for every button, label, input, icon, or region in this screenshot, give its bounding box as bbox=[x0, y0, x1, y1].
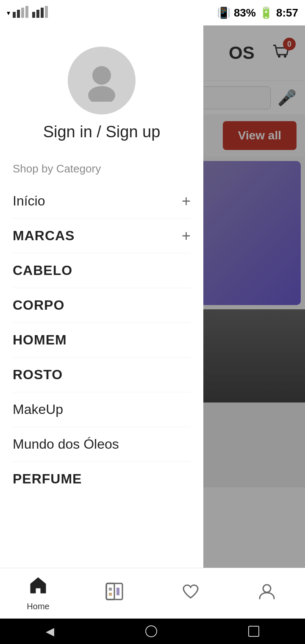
svg-rect-13 bbox=[106, 583, 114, 600]
svg-rect-15 bbox=[109, 593, 112, 596]
nav-item-home[interactable]: Home bbox=[0, 575, 76, 611]
samples-icon bbox=[105, 582, 124, 605]
android-home-button[interactable] bbox=[145, 625, 157, 637]
svg-point-17 bbox=[263, 585, 271, 592]
plus-icon-inicio: + bbox=[182, 194, 191, 209]
category-item-marcas[interactable]: MARCAS + bbox=[13, 219, 191, 253]
avatar bbox=[68, 47, 136, 114]
category-label-marcas: MARCAS bbox=[13, 228, 75, 244]
category-item-corpo[interactable]: CORPO bbox=[13, 288, 191, 323]
svg-rect-5 bbox=[36, 10, 39, 18]
nav-label-home: Home bbox=[27, 602, 49, 611]
bottom-nav: Home bbox=[0, 568, 305, 619]
category-title: Shop by Category bbox=[13, 162, 191, 175]
category-item-makeup[interactable]: MakeUp bbox=[13, 392, 191, 427]
svg-rect-6 bbox=[41, 8, 44, 18]
wifi-icon: ▾ bbox=[7, 9, 10, 17]
svg-rect-1 bbox=[17, 10, 20, 18]
side-drawer: Sign in / Sign up Shop by Category Iníci… bbox=[0, 25, 203, 644]
category-item-cabelo[interactable]: CABELO bbox=[13, 253, 191, 288]
profile-section: Sign in / Sign up bbox=[0, 25, 203, 154]
svg-rect-0 bbox=[13, 12, 16, 18]
overlay-dim bbox=[203, 25, 305, 644]
category-item-rosto[interactable]: ROSTO bbox=[13, 358, 191, 392]
category-label-makeup: MakeUp bbox=[13, 402, 63, 417]
category-label-homem: HOMEM bbox=[13, 332, 67, 348]
category-label-cabelo: CABELO bbox=[13, 263, 72, 278]
category-label-inicio: Início bbox=[13, 193, 45, 209]
wishlist-icon bbox=[181, 582, 200, 605]
signal-icon bbox=[13, 6, 30, 19]
status-bar: ▾ 📳 83% 🔋 8:57 bbox=[0, 0, 305, 25]
svg-rect-3 bbox=[25, 6, 28, 18]
plus-icon-marcas: + bbox=[182, 228, 191, 244]
android-recent-button[interactable] bbox=[248, 626, 259, 637]
category-item-oleos[interactable]: Mundo dos Óleos bbox=[13, 427, 191, 462]
category-item-perfume[interactable]: PERFUME bbox=[13, 462, 191, 496]
svg-rect-7 bbox=[45, 6, 48, 18]
category-label-rosto: ROSTO bbox=[13, 367, 63, 383]
profile-icon bbox=[257, 582, 277, 605]
home-icon bbox=[28, 575, 48, 599]
nav-item-wishlist[interactable] bbox=[152, 582, 229, 605]
nav-item-samples[interactable] bbox=[76, 582, 152, 605]
svg-rect-2 bbox=[21, 8, 24, 18]
battery-percent: 83% bbox=[234, 6, 256, 19]
android-nav-bar: ◀ bbox=[0, 619, 305, 644]
signal-icon-2 bbox=[32, 6, 49, 19]
svg-point-10 bbox=[92, 66, 111, 85]
status-left: ▾ bbox=[7, 6, 49, 19]
svg-point-11 bbox=[88, 86, 115, 102]
status-right: 📳 83% 🔋 8:57 bbox=[217, 6, 298, 19]
android-back-button[interactable]: ◀ bbox=[46, 625, 54, 638]
category-item-inicio[interactable]: Início + bbox=[13, 184, 191, 219]
category-label-corpo: CORPO bbox=[13, 297, 64, 313]
svg-rect-16 bbox=[116, 588, 119, 595]
svg-rect-4 bbox=[32, 12, 35, 18]
time-display: 8:57 bbox=[276, 6, 298, 19]
battery-icon: 🔋 bbox=[259, 6, 273, 19]
category-item-homem[interactable]: HOMEM bbox=[13, 323, 191, 358]
main-container: OS 0 🎤 View all Curl B... bbox=[0, 25, 305, 644]
category-label-perfume: PERFUME bbox=[13, 471, 82, 487]
sign-in-label[interactable]: Sign in / Sign up bbox=[43, 123, 161, 141]
category-label-oleos: Mundo dos Óleos bbox=[13, 436, 119, 452]
svg-rect-14 bbox=[109, 588, 112, 591]
nav-item-profile[interactable] bbox=[229, 582, 305, 605]
vibrate-icon: 📳 bbox=[217, 6, 230, 19]
